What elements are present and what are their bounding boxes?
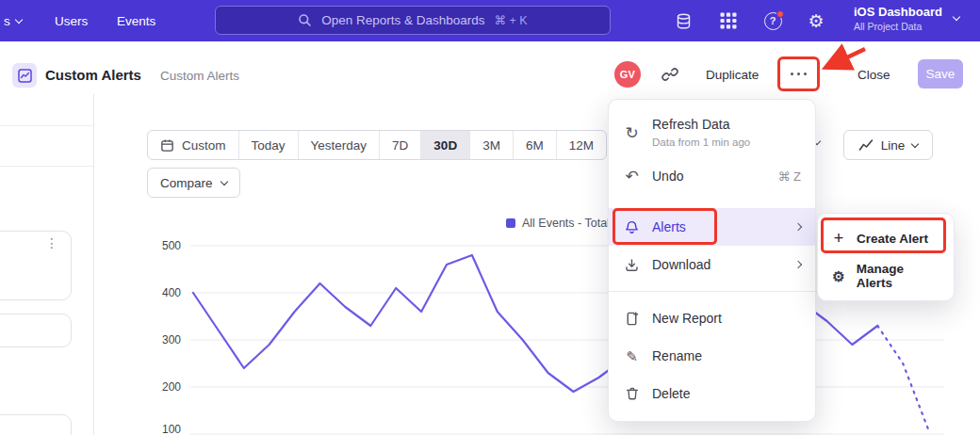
date-range-custom[interactable]: Custom <box>148 131 238 159</box>
chart-type-dropdown[interactable]: Line <box>843 130 933 160</box>
date-range-label: Yesterday <box>311 138 368 153</box>
chevron-down-icon <box>15 15 23 23</box>
menu-item-label: Undo <box>652 169 683 184</box>
help-icon[interactable]: ? <box>763 11 782 30</box>
date-range-3m[interactable]: 3M <box>469 131 513 159</box>
save-button[interactable]: Save <box>918 59 963 89</box>
submenu-item-create-alert[interactable]: + Create Alert <box>818 219 954 257</box>
data-icon[interactable] <box>674 11 693 30</box>
project-scope: All Project Data <box>854 21 942 32</box>
menu-item-refresh-data[interactable]: ↻ Refresh Data Data from 1 min ago <box>609 108 815 157</box>
menu-item-label: Download <box>652 257 710 272</box>
submenu-item-label: Create Alert <box>857 232 928 246</box>
menu-divider <box>609 291 815 292</box>
line-chart-icon <box>858 137 874 153</box>
sidebar-divider <box>0 125 93 126</box>
chevron-down-icon <box>911 139 919 147</box>
y-axis-tick: 300 <box>141 333 181 346</box>
new-report-icon <box>623 311 641 327</box>
date-range-yesterday[interactable]: Yesterday <box>298 131 380 159</box>
submenu-item-manage-alerts[interactable]: ⚙ Manage Alerts <box>818 257 954 295</box>
share-link-icon[interactable] <box>662 66 678 87</box>
date-range-label: Today <box>252 138 286 153</box>
sidebar-divider <box>0 166 93 167</box>
gear-icon[interactable]: ⚙ <box>807 11 825 30</box>
context-menu: ↻ Refresh Data Data from 1 min ago ↶ Und… <box>608 99 816 422</box>
search-placeholder: Open Reports & Dashboards <box>321 13 484 27</box>
y-axis-tick: 400 <box>141 286 181 299</box>
chart-type-label: Line <box>881 138 906 153</box>
page-title: Custom Alerts <box>45 67 141 83</box>
more-options-button[interactable] <box>778 57 819 90</box>
menu-item-subtext: Data from 1 min ago <box>652 136 750 149</box>
date-range-today[interactable]: Today <box>238 131 298 159</box>
duplicate-button[interactable]: Duplicate <box>706 68 759 82</box>
notification-dot <box>776 10 784 18</box>
report-icon <box>12 63 37 88</box>
refresh-icon: ↻ <box>623 125 641 141</box>
calendar-icon <box>160 138 174 153</box>
date-range-7d[interactable]: 7D <box>379 131 420 159</box>
menu-item-label: Rename <box>652 348 702 363</box>
apps-grid-icon[interactable] <box>719 11 738 30</box>
search-shortcut: ⌘ + K <box>495 13 528 27</box>
chevron-down-icon <box>220 177 227 185</box>
chevron-right-icon <box>794 261 802 268</box>
menu-item-label: Delete <box>652 386 690 401</box>
menu-item-undo[interactable]: ↶ Undo ⌘ Z <box>609 157 815 195</box>
breadcrumb[interactable]: Custom Alerts <box>160 69 239 83</box>
trash-icon <box>623 386 641 401</box>
menu-item-rename[interactable]: ✎ Rename <box>609 337 815 375</box>
left-sidebar: ⋮ <box>0 94 94 435</box>
date-range-label: 12M <box>569 138 594 153</box>
menu-item-new-report[interactable]: New Report <box>609 299 815 337</box>
search-input[interactable]: Open Reports & Dashboards ⌘ + K <box>215 6 611 35</box>
date-range-label: 30D <box>433 138 457 153</box>
compare-button[interactable]: Compare <box>147 168 240 198</box>
date-range-12m[interactable]: 12M <box>556 131 606 159</box>
date-range-control: Custom Today Yesterday 7D 30D 3M 6M 12M <box>147 130 607 160</box>
date-range-label: 6M <box>526 138 544 153</box>
nav-item-label: s <box>4 14 10 28</box>
sidebar-card[interactable] <box>0 414 72 435</box>
compare-label: Compare <box>160 176 213 190</box>
sidebar-card[interactable] <box>0 231 72 300</box>
menu-item-shortcut: ⌘ Z <box>777 169 801 184</box>
date-range-label: 7D <box>392 138 408 153</box>
gear-icon: ⚙ <box>830 269 847 283</box>
avatar[interactable]: GV <box>614 61 641 88</box>
menu-item-label: Alerts <box>652 219 686 234</box>
app-window: 500 400 300 200 100 All Events - Total ⋮… <box>0 0 980 435</box>
search-icon <box>298 13 312 27</box>
chevron-down-icon <box>953 13 960 21</box>
sidebar-card[interactable] <box>0 314 72 347</box>
kebab-menu-icon[interactable]: ⋮ <box>45 235 58 250</box>
nav-item-users[interactable]: Users <box>55 0 88 41</box>
date-range-30d-selected[interactable]: 30D <box>420 131 469 159</box>
download-icon <box>623 257 641 273</box>
chart-box-icon <box>18 69 32 83</box>
date-range-6m[interactable]: 6M <box>513 131 556 159</box>
menu-item-delete[interactable]: Delete <box>609 375 815 412</box>
menu-item-alerts[interactable]: Alerts <box>609 208 815 246</box>
alerts-submenu: + Create Alert ⚙ Manage Alerts <box>817 213 955 301</box>
nav-item-partial[interactable]: s <box>4 0 22 41</box>
menu-item-label: New Report <box>652 311 722 326</box>
pencil-icon: ✎ <box>623 349 641 363</box>
date-range-label: Custom <box>182 138 226 153</box>
submenu-item-label: Manage Alerts <box>857 262 941 290</box>
y-axis-tick: 200 <box>141 380 181 394</box>
close-button[interactable]: Close <box>858 68 890 82</box>
undo-icon: ↶ <box>623 169 641 185</box>
y-axis-tick: 500 <box>141 239 181 252</box>
bell-icon <box>623 219 641 235</box>
project-switcher[interactable]: iOS Dashboard All Project Data <box>854 5 959 32</box>
legend-swatch <box>506 218 515 228</box>
project-name: iOS Dashboard <box>854 5 942 19</box>
nav-item-events[interactable]: Events <box>117 0 155 41</box>
top-navigation: s Users Events Open Reports & Dashboards… <box>0 0 980 41</box>
date-range-label: 3M <box>482 138 500 153</box>
legend-label: All Events - Total <box>522 217 610 230</box>
y-axis-tick: 100 <box>141 423 181 435</box>
menu-item-download[interactable]: Download <box>609 246 815 283</box>
